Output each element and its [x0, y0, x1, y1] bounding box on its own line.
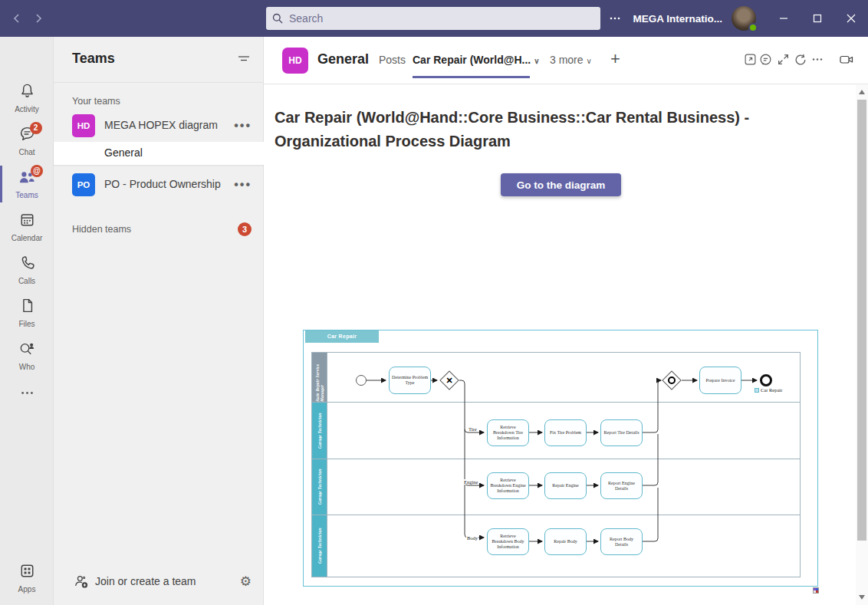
titlebar: MEGA Internatio...	[0, 0, 868, 37]
xor-gateway: ✕	[439, 370, 459, 390]
expand-tab-icon[interactable]	[777, 53, 790, 66]
rail-item-apps[interactable]: Apps	[0, 561, 54, 600]
channel-item-general[interactable]: General	[54, 142, 264, 165]
team-avatar-hd: HD	[72, 114, 95, 137]
branch-label-body: Body	[466, 535, 478, 541]
branch-label-tire: Tire	[468, 426, 478, 432]
close-button[interactable]	[834, 0, 868, 37]
vertical-scrollbar[interactable]	[856, 84, 868, 605]
app-rail: Activity 2 Chat @ Teams Calendar Calls F…	[0, 37, 54, 605]
refresh-icon[interactable]	[794, 53, 807, 67]
page-title: Car Repair (World@Hand::Core Business::C…	[275, 106, 777, 153]
task-fix-tire-problem: Fix Tire Problem	[544, 419, 587, 446]
back-icon[interactable]	[6, 8, 28, 29]
teams-mention-badge: @	[31, 165, 43, 177]
rail-item-teams[interactable]: @ Teams	[0, 167, 54, 206]
team-options-icon[interactable]: •••	[234, 178, 252, 192]
who-search-person-icon	[18, 340, 35, 359]
maximize-button[interactable]	[801, 0, 834, 37]
chevron-down-icon: ∨	[534, 57, 539, 65]
chat-badge: 2	[30, 122, 42, 134]
main-area: HD General Posts Car Repair (World@H...∨…	[264, 37, 868, 605]
calendar-icon	[19, 212, 35, 230]
tab-3-more[interactable]: 3 more∨	[550, 54, 592, 66]
join-or-create-team-button[interactable]: Join or create a team ⚙	[54, 568, 264, 596]
rail-item-chat[interactable]: 2 Chat	[0, 124, 54, 163]
channel-header: HD General Posts Car Repair (World@H...∨…	[264, 37, 868, 84]
rail-item-who[interactable]: Who	[0, 339, 54, 377]
diagram-resize-handle[interactable]	[813, 587, 819, 593]
scrollbar-thumb[interactable]	[857, 100, 866, 541]
tab-content: Car Repair (World@Hand::Core Business::C…	[264, 84, 856, 605]
tab-more-options-icon[interactable]	[811, 53, 824, 66]
rail-item-calls[interactable]: Calls	[0, 253, 54, 291]
search-icon	[272, 13, 284, 25]
status-available-icon	[748, 23, 758, 32]
tab-car-repair[interactable]: Car Repair (World@H...∨	[413, 54, 540, 66]
hidden-teams-toggle[interactable]: Hidden teams 3	[54, 221, 264, 241]
meet-camera-icon[interactable]	[839, 53, 854, 66]
phone-icon	[19, 255, 35, 273]
task-repair-body: Repair Body	[544, 528, 587, 555]
task-determine-problem-type: Determine Problem Type	[389, 367, 431, 394]
rail-item-activity[interactable]: Activity	[0, 81, 54, 120]
merge-gateway	[662, 370, 682, 390]
channel-title: General	[317, 51, 369, 67]
task-report-body-details: Report Body Details	[600, 528, 643, 555]
bpmn-diagram[interactable]: Car Repair Auto Repair Service Manager G…	[303, 330, 818, 587]
open-in-new-window-icon[interactable]	[744, 53, 757, 66]
rail-item-calendar[interactable]: Calendar	[0, 210, 54, 248]
person-add-icon	[74, 574, 89, 589]
hidden-teams-badge: 3	[238, 222, 252, 236]
search-box[interactable]	[266, 7, 600, 30]
rail-item-files[interactable]: Files	[0, 296, 54, 334]
apps-grid-icon	[19, 563, 35, 581]
panel-title: Teams	[72, 51, 115, 67]
forward-icon[interactable]	[28, 8, 49, 29]
channel-avatar: HD	[282, 48, 308, 74]
task-report-tire-details: Report Tire Details	[600, 419, 643, 446]
task-report-engine-details: Report Engine Details	[600, 472, 643, 499]
chat-icon: 2	[19, 126, 35, 144]
filter-icon[interactable]	[237, 52, 251, 66]
go-to-diagram-button[interactable]: Go to the diagram	[501, 173, 621, 196]
tab-posts[interactable]: Posts	[379, 54, 406, 66]
team-options-icon[interactable]: •••	[234, 119, 252, 133]
gear-icon[interactable]: ⚙	[240, 574, 252, 590]
rail-more-apps-icon[interactable]	[0, 383, 54, 422]
team-avatar-po: PO	[72, 173, 95, 196]
active-tab-underline	[413, 76, 530, 78]
teams-people-icon: @	[18, 169, 36, 187]
task-prepare-invoice: Prepare Invoice	[699, 367, 741, 394]
bpmn-mini-icon	[755, 388, 759, 393]
scroll-up-icon[interactable]	[859, 90, 865, 94]
start-event	[356, 375, 367, 386]
team-row-po[interactable]: PO PO - Product Ownership •••	[54, 171, 264, 202]
chevron-down-icon: ∨	[587, 57, 592, 65]
task-retrieve-tire-info: Retrieve Breakdown Tire Information	[487, 419, 529, 446]
task-repair-engine: Repair Engine	[544, 472, 587, 499]
titlebar-more-icon[interactable]	[608, 12, 622, 25]
scroll-down-icon[interactable]	[859, 595, 865, 600]
end-event-label: Car Repair	[755, 387, 782, 393]
tab-conversation-icon[interactable]	[759, 53, 772, 66]
team-row-mega-hopex[interactable]: HD MEGA HOPEX diagram •••	[54, 112, 264, 143]
minimize-button[interactable]	[767, 0, 801, 37]
divider	[54, 82, 264, 83]
search-input[interactable]	[289, 12, 594, 25]
add-tab-button[interactable]: +	[610, 49, 620, 69]
task-retrieve-body-info: Retrieve Breakdown Body Information	[487, 528, 529, 555]
branch-label-engine: Engine	[463, 479, 478, 485]
account-name[interactable]: MEGA Internatio...	[633, 13, 722, 25]
document-icon	[19, 298, 35, 316]
avatar[interactable]	[732, 6, 756, 31]
end-event	[760, 374, 772, 386]
task-retrieve-engine-info: Retrieve Breakdown Engine Information	[487, 472, 529, 499]
bell-icon	[19, 83, 35, 101]
your-teams-label: Your teams	[72, 96, 120, 107]
teams-panel: Teams Your teams HD MEGA HOPEX diagram •…	[54, 37, 264, 605]
